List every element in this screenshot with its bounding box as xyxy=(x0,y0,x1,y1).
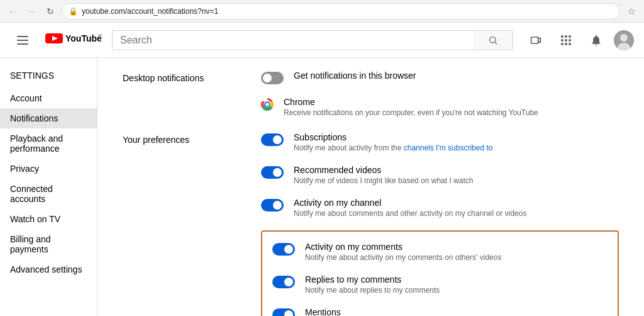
get-notifications-toggle[interactable] xyxy=(261,72,284,84)
highlight-box: Activity on my comments Notify me about … xyxy=(261,230,619,316)
activity-comments-item: Activity on my comments Notify me about … xyxy=(262,239,618,264)
search-bar xyxy=(112,30,513,50)
preferences-section: Your preferences Subscriptions Notify me… xyxy=(123,132,619,316)
mentions-toggle[interactable] xyxy=(272,308,295,316)
camera-icon xyxy=(530,34,542,47)
hamburger-line-3 xyxy=(17,43,28,45)
search-input[interactable] xyxy=(112,30,473,50)
avatar-button[interactable] xyxy=(614,30,634,50)
desktop-notifications-section: Desktop notifications Get notifications … xyxy=(123,71,619,117)
activity-channel-item: Activity on my channel Notify me about c… xyxy=(261,198,619,218)
hamburger-line-1 xyxy=(17,36,28,37)
subscriptions-desc: Notify me about activity from the channe… xyxy=(294,144,492,152)
desktop-notifications-label: Desktop notifications xyxy=(123,71,236,117)
chrome-title: Chrome xyxy=(284,97,538,107)
recommended-title: Recommended videos xyxy=(294,165,473,175)
apps-grid-icon xyxy=(561,35,571,45)
sidebar-item-notifications[interactable]: Notifications xyxy=(0,108,97,128)
sidebar-item-account[interactable]: Account xyxy=(0,88,97,108)
mentions-text: Mentions Notify me when others mention m… xyxy=(305,307,450,316)
mentions-title: Mentions xyxy=(305,307,450,316)
toggle-knob xyxy=(273,168,282,177)
sidebar-item-billing[interactable]: Billing and payments xyxy=(0,229,97,259)
browser-actions: ☆ xyxy=(624,4,639,19)
bookmark-button[interactable]: ☆ xyxy=(624,4,639,19)
toggle-knob xyxy=(263,74,272,82)
activity-channel-desc: Notify me about comments and other activ… xyxy=(294,209,526,218)
activity-comments-desc: Notify me about activity on my comments … xyxy=(305,253,501,262)
get-notifications-text: Get notifications in this browser xyxy=(294,71,416,82)
replies-title: Replies to my comments xyxy=(305,274,440,285)
svg-text:IN: IN xyxy=(98,33,102,38)
address-bar[interactable]: 🔒 youtube.com/account_notifications?nv=1 xyxy=(62,3,620,20)
toggle-knob xyxy=(273,201,282,210)
header-right xyxy=(523,28,634,53)
activity-channel-toggle[interactable] xyxy=(261,199,284,212)
replies-toggle[interactable] xyxy=(272,276,295,288)
apps-button[interactable] xyxy=(553,28,579,53)
chrome-desc: Receive notifications on your computer, … xyxy=(284,108,538,117)
sidebar-item-advanced[interactable]: Advanced settings xyxy=(0,259,97,279)
subscriptions-desc-text: Notify me about activity from the xyxy=(294,144,404,152)
notifications-bell-button[interactable] xyxy=(584,28,609,53)
get-notifications-item: Get notifications in this browser xyxy=(261,71,619,84)
menu-button[interactable] xyxy=(10,28,35,53)
sidebar-item-connected[interactable]: Connected accounts xyxy=(0,179,97,209)
activity-comments-title: Activity on my comments xyxy=(305,242,501,252)
activity-channel-title: Activity on my channel xyxy=(294,198,526,208)
bell-icon xyxy=(590,34,602,47)
activity-channel-text: Activity on my channel Notify me about c… xyxy=(294,198,526,218)
address-lock-icon: 🔒 xyxy=(69,7,78,16)
svg-point-11 xyxy=(266,103,269,106)
mentions-item: Mentions Notify me when others mention m… xyxy=(262,305,618,316)
preferences-label: Your preferences xyxy=(123,132,236,316)
preferences-content: Subscriptions Notify me about activity f… xyxy=(261,132,619,316)
svg-point-4 xyxy=(489,37,495,42)
chrome-item: Chrome Receive notifications on your com… xyxy=(261,97,619,117)
toggle-knob xyxy=(284,310,293,316)
forward-button[interactable]: → xyxy=(24,4,39,19)
recommended-desc: Notify me of videos I might like based o… xyxy=(294,176,473,185)
search-button[interactable] xyxy=(473,30,513,50)
activity-comments-toggle[interactable] xyxy=(272,243,295,256)
activity-comments-text: Activity on my comments Notify me about … xyxy=(305,242,501,262)
youtube-logo-svg: YouTube IN xyxy=(45,32,102,45)
replies-text: Replies to my comments Notify me about r… xyxy=(305,274,440,295)
youtube-logo[interactable]: YouTube IN xyxy=(45,32,102,48)
svg-point-7 xyxy=(620,34,628,42)
subscriptions-text: Subscriptions Notify me about activity f… xyxy=(294,132,492,152)
main-layout: SETTINGS Account Notifications Playback … xyxy=(0,58,644,316)
toggle-knob xyxy=(273,135,282,144)
desktop-notifications-content: Get notifications in this browser xyxy=(261,71,619,117)
sidebar-item-watch-tv[interactable]: Watch on TV xyxy=(0,209,97,229)
user-avatar xyxy=(614,30,634,50)
address-text: youtube.com/account_notifications?nv=1 xyxy=(82,7,613,16)
subscriptions-toggle[interactable] xyxy=(261,133,284,146)
subscriptions-item: Subscriptions Notify me about activity f… xyxy=(261,132,619,152)
hamburger-line-2 xyxy=(17,40,28,41)
get-notifications-title: Get notifications in this browser xyxy=(294,71,416,81)
camera-button[interactable] xyxy=(523,28,548,53)
sidebar-item-privacy[interactable]: Privacy xyxy=(0,159,97,179)
back-button[interactable]: ← xyxy=(5,4,20,19)
svg-line-5 xyxy=(495,42,497,44)
chrome-text: Chrome Receive notifications on your com… xyxy=(284,97,538,117)
header-left: YouTube IN xyxy=(10,28,102,53)
sidebar-item-playback[interactable]: Playback and performance xyxy=(0,128,97,159)
chrome-icon xyxy=(261,98,274,111)
youtube-logo-icon: YouTube IN xyxy=(45,32,102,48)
recommended-text: Recommended videos Notify me of videos I… xyxy=(294,165,473,185)
replies-desc: Notify me about replies to my comments xyxy=(305,286,440,295)
recommended-toggle[interactable] xyxy=(261,166,284,179)
toggle-knob xyxy=(284,278,293,286)
search-icon xyxy=(488,35,498,45)
subscriptions-title: Subscriptions xyxy=(294,132,492,142)
refresh-button[interactable]: ↻ xyxy=(43,4,58,19)
subscriptions-link[interactable]: channels I'm subscribed to xyxy=(404,144,493,152)
sidebar: SETTINGS Account Notifications Playback … xyxy=(0,58,97,316)
replies-item: Replies to my comments Notify me about r… xyxy=(262,272,618,297)
browser-bar: ← → ↻ 🔒 youtube.com/account_notification… xyxy=(0,0,644,23)
toggle-knob xyxy=(284,245,293,254)
svg-text:YouTube: YouTube xyxy=(65,33,102,43)
recommended-item: Recommended videos Notify me of videos I… xyxy=(261,165,619,185)
